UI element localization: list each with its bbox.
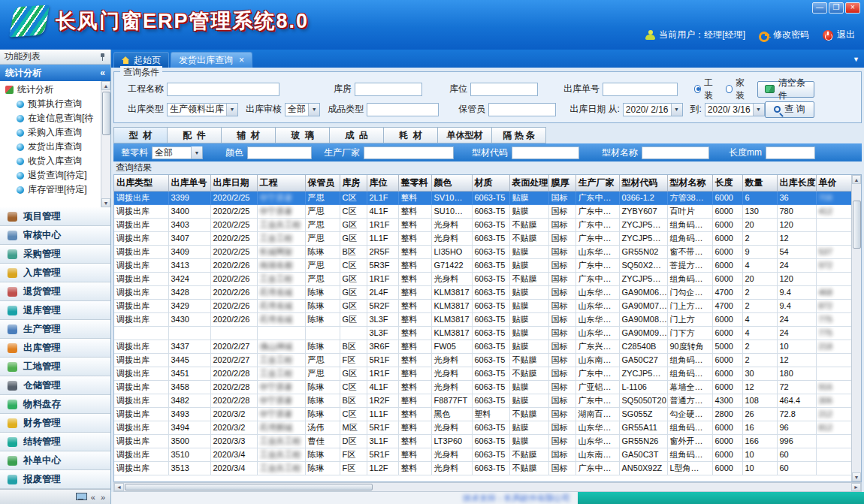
column-header[interactable]: 库位 — [367, 175, 398, 191]
order-no-input[interactable] — [603, 83, 678, 96]
scroll-down-icon[interactable]: ▼ — [101, 198, 110, 207]
sidebar-accordion-item[interactable]: 审核中心 — [0, 226, 110, 245]
monitor-icon[interactable] — [76, 493, 86, 501]
radio-home-label[interactable]: 家装 — [736, 77, 750, 102]
material-tab[interactable]: 单体型材 — [438, 127, 492, 143]
tree-item[interactable]: 收货入库查询 — [0, 154, 110, 168]
chevron-down-icon[interactable]: ▼ — [226, 104, 237, 116]
warehouse-input[interactable] — [355, 83, 422, 96]
sidebar-accordion-item[interactable]: 出库管理 — [0, 339, 110, 358]
whole-part-select[interactable]: 全部 ▼ — [152, 146, 203, 159]
change-password-button[interactable]: 修改密码 — [759, 29, 809, 41]
column-header[interactable]: 颜色 — [431, 175, 472, 191]
material-tab[interactable]: 型 材 — [113, 127, 168, 143]
column-header[interactable]: 长度 — [712, 175, 742, 191]
tab-close-icon[interactable]: × — [239, 56, 244, 64]
column-header[interactable]: 材质 — [472, 175, 509, 191]
pin-icon[interactable] — [99, 53, 106, 61]
table-row[interactable]: 调拨出库35002020/3/3工业共工程曹佳D区3L1F整料LT3P60606… — [114, 434, 851, 448]
sidebar-accordion-item[interactable]: 入库管理 — [0, 264, 110, 282]
column-header[interactable]: 出库日期 — [210, 175, 257, 191]
radio-work-decoration[interactable] — [694, 85, 701, 93]
material-tab[interactable]: 玻 璃 — [276, 127, 330, 143]
table-row[interactable]: 调拨出库34582020/2/28华宁原著陈琳C区4L1F整料光身料6063-T… — [114, 380, 851, 394]
table-row[interactable]: 调拨出库34002020/2/25华宁原著严思C区4L1F整料SU10…6063… — [114, 204, 851, 218]
chevron-right-icon[interactable]: » — [101, 493, 105, 502]
column-header[interactable]: 出库类型 — [114, 175, 168, 191]
manufacturer-input[interactable] — [364, 146, 454, 159]
radio-home-decoration[interactable] — [726, 85, 733, 93]
table-row[interactable]: 调拨出库34302020/2/26石湾名城陈琳G区3L3F整料KLM381760… — [114, 312, 851, 326]
scroll-down-icon[interactable]: ▼ — [852, 472, 861, 481]
material-tab[interactable]: 配 件 — [168, 127, 222, 143]
table-row[interactable]: 调拨出库34072020/2/25工业工程严思G区1L1F整料光身料6063-T… — [114, 231, 851, 245]
column-header[interactable]: 保管员 — [305, 175, 340, 191]
sidebar-accordion-item[interactable]: 退货管理 — [0, 282, 110, 301]
clear-conditions-button[interactable]: 清空条件 — [757, 81, 814, 98]
sidebar-accordion-item[interactable]: 工地管理 — [0, 358, 110, 376]
chevron-down-icon[interactable]: ▼ — [753, 104, 764, 116]
tab-shipping-outbound-query[interactable]: 发货出库查询 × — [171, 52, 252, 68]
column-header[interactable]: 表面处理 — [509, 175, 548, 191]
table-row[interactable]: 3L3F整料KLM38176063-T5贴膜国标山东华…GA90M09…门下方6… — [114, 326, 851, 340]
column-header[interactable]: 工程 — [257, 175, 305, 191]
tree-root[interactable]: 统计分析 — [0, 83, 110, 97]
sidebar-accordion-item[interactable]: 退库管理 — [0, 301, 110, 320]
sidebar-accordion-item[interactable]: 仓储管理 — [0, 376, 110, 395]
column-header[interactable]: 膜厚 — [548, 175, 575, 191]
tree-item[interactable]: 库存管理[待定] — [0, 183, 110, 197]
material-tab[interactable]: 成 品 — [330, 127, 384, 143]
table-row[interactable]: 调拨出库34282020/2/26石湾名城陈琳G区2L4F整料KLM381760… — [114, 285, 851, 299]
table-row[interactable]: 调拨出库34292020/2/26石湾名城陈琳G区5R2F整料KLM381760… — [114, 299, 851, 312]
column-header[interactable]: 数量 — [742, 175, 777, 191]
table-row[interactable]: 调拨出库34092020/2/25长城网架陈琳B区2R5F整料LI35HO606… — [114, 245, 851, 258]
length-input[interactable] — [766, 146, 815, 159]
column-header[interactable]: 单价 — [816, 175, 851, 191]
date-to-select[interactable]: 2020/ 3/16 ▼ — [705, 103, 765, 116]
vertical-scrollbar[interactable]: ▲ ▼ — [851, 175, 861, 481]
profile-code-input[interactable] — [512, 146, 579, 159]
table-row[interactable]: 调拨出库34452020/2/27工业工程严思F区5R1F整料光身料6063-T… — [114, 353, 851, 367]
sidebar-accordion-item[interactable]: 生产管理 — [0, 320, 110, 339]
sidebar-accordion-item[interactable]: 项目管理 — [0, 207, 110, 226]
vertical-scroll-thumb[interactable] — [853, 201, 861, 249]
table-row[interactable]: 调拨出库34942020/3/2石湾辉城汤伟M区5R1F整料光身料6063-T5… — [114, 421, 851, 434]
maximize-button[interactable]: ❐ — [829, 2, 844, 14]
table-row[interactable]: 调拨出库34132020/2/26南湖名都严思C区5R3F整料G71422606… — [114, 258, 851, 272]
chevron-down-icon[interactable]: ▼ — [308, 104, 319, 116]
table-row[interactable]: 调拨出库35132020/3/4工业共工程陈琳F区1L2F整料光身料6063-T… — [114, 461, 851, 475]
chevron-down-icon[interactable]: ▼ — [191, 146, 202, 158]
project-name-input[interactable] — [167, 83, 279, 96]
material-tab[interactable]: 辅 材 — [222, 127, 276, 143]
outbound-audit-select[interactable]: 全部 ▼ — [285, 103, 320, 116]
location-input[interactable] — [470, 83, 538, 96]
radio-work-label[interactable]: 工装 — [704, 77, 718, 102]
horizontal-scroll-thumb[interactable] — [125, 484, 373, 490]
table-row[interactable]: 调拨出库34512020/2/28工业工程严思G区1R1F整料光身料6063-T… — [114, 367, 851, 380]
logout-button[interactable]: 退出 — [823, 29, 855, 41]
column-header[interactable]: 型材名称 — [667, 175, 712, 191]
color-input[interactable] — [247, 146, 312, 159]
tree-item[interactable]: 在途信息查询[待 — [0, 111, 110, 125]
scroll-right-icon[interactable]: ► — [851, 483, 861, 491]
table-row[interactable]: 调拨出库34032020/2/25工业共工程严思G区1R1F整料光身料6063-… — [114, 218, 851, 231]
sidebar-accordion-item[interactable]: 结转管理 — [0, 433, 110, 451]
table-row[interactable]: 调拨出库35102020/3/4工业共工程陈琳F区5R1F整料光身料6063-T… — [114, 448, 851, 461]
outbound-type-select[interactable]: 生产领料出库 ▼ — [167, 103, 238, 116]
sidebar-accordion-item[interactable]: 采购管理 — [0, 245, 110, 264]
sidebar-accordion-item[interactable]: 报废管理 — [0, 470, 110, 489]
tree-scroll-thumb[interactable] — [102, 92, 110, 135]
close-button[interactable]: × — [845, 2, 860, 14]
chevron-down-icon[interactable]: ▼ — [671, 104, 682, 116]
table-row[interactable]: 调拨出库34372020/2/27佛山禅城陈琳B区3R6F整料FW056063-… — [114, 340, 851, 353]
sidebar-accordion-item[interactable]: 财务管理 — [0, 414, 110, 433]
sidebar-section-statistics[interactable]: 统计分析 « — [0, 65, 110, 81]
product-type-input[interactable] — [367, 103, 439, 116]
date-from-select[interactable]: 2020/ 2/16 ▼ — [623, 103, 683, 116]
table-row[interactable]: 调拨出库34932020/3/2华宁原著陈琳C区1L1F整料黑色塑料不贴膜国标湖… — [114, 407, 851, 421]
scroll-up-icon[interactable]: ▲ — [101, 81, 110, 90]
column-header[interactable]: 出库长度 — [777, 175, 816, 191]
tree-item[interactable]: 预算执行查询 — [0, 97, 110, 111]
column-header[interactable]: 库房 — [340, 175, 367, 191]
tab-start-page[interactable]: 起始页 — [113, 52, 169, 68]
